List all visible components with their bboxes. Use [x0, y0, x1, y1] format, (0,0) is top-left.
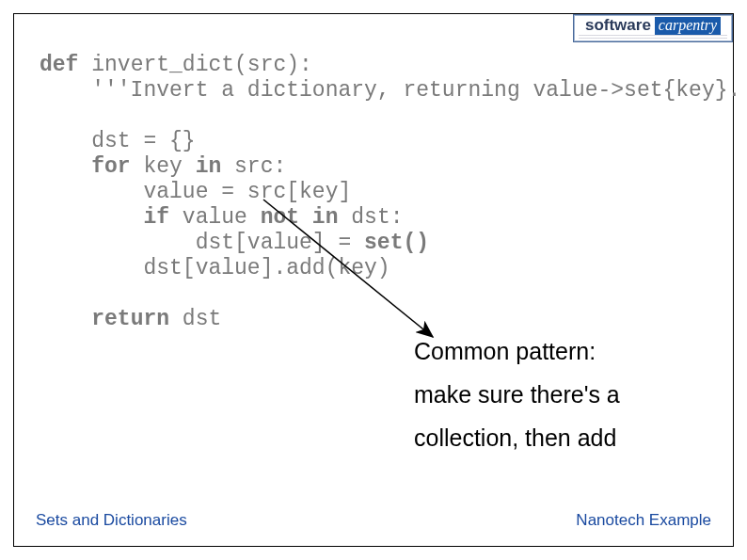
code-line-11a [40, 307, 91, 331]
code-line-5e: src: [221, 154, 286, 179]
code-line-9: dst[value].add(key) [40, 256, 390, 280]
code-line-11c: dst [169, 307, 221, 331]
annotation-text: Common pattern: make sure there's a coll… [414, 329, 715, 459]
code-line-4: dst = {} [40, 129, 196, 153]
code-line-7c: value [169, 205, 261, 230]
kw-set: set() [364, 231, 429, 255]
kw-for: for [91, 154, 130, 179]
code-line-7a [40, 205, 143, 230]
kw-return: return [91, 307, 169, 331]
logo-word-software: software [585, 16, 651, 35]
logo-decoration-lines [579, 35, 727, 40]
code-line-8a: dst[value] = [40, 231, 364, 255]
code-line-5c: key [131, 154, 196, 179]
code-line-1b: invert_dict(src): [78, 53, 311, 77]
annotation-line-1: Common pattern: [414, 329, 715, 373]
code-line-5a [40, 154, 91, 179]
kw-def: def [40, 53, 78, 77]
slide: software carpentry def invert_dict(src):… [0, 0, 747, 560]
footer-left: Sets and Dictionaries [36, 511, 187, 530]
kw-in: in [196, 154, 222, 179]
annotation-line-3: collection, then add [414, 416, 715, 459]
kw-if: if [143, 205, 169, 230]
logo-text: software carpentry [579, 16, 727, 35]
kw-notin: not in [261, 205, 339, 230]
annotation-line-2: make sure there's a [414, 373, 715, 416]
logo-word-carpentry: carpentry [655, 17, 721, 35]
code-line-7e: dst: [338, 205, 403, 230]
code-block: def invert_dict(src): '''Invert a dictio… [40, 53, 740, 332]
code-line-2: '''Invert a dictionary, returning value-… [40, 78, 740, 103]
code-line-6: value = src[key] [40, 180, 351, 204]
footer-right: Nanotech Example [576, 511, 711, 530]
software-carpentry-logo: software carpentry [573, 14, 733, 42]
